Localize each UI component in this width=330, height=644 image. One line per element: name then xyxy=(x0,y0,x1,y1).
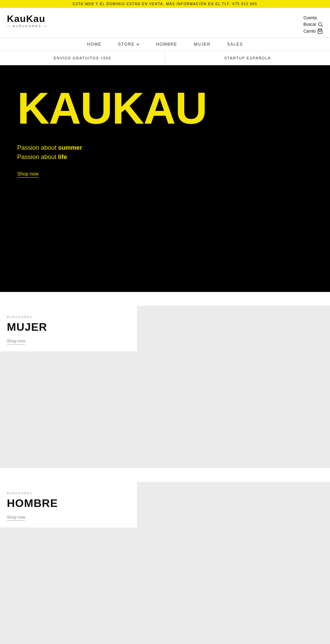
hero-tagline2-bold: life xyxy=(58,154,67,160)
search-icon xyxy=(318,22,323,27)
hombre-block: BAÑADORES HOMBRE Shop now xyxy=(0,482,330,644)
mujer-info: BAÑADORES MUJER Shop now xyxy=(0,306,138,351)
hero-tagline2-plain: Passion about xyxy=(17,154,58,160)
hombre-category-title: HOMBRE xyxy=(7,497,130,510)
nav-home[interactable]: HOME xyxy=(87,42,101,47)
svg-line-1 xyxy=(321,25,323,27)
carrito-link[interactable]: Carrito xyxy=(304,29,323,34)
header: KauKau — BAÑADORES — Cuenta Buscar Carri… xyxy=(0,8,330,37)
mujer-bottom-image xyxy=(0,351,330,468)
nav-store[interactable]: STORE xyxy=(118,42,140,47)
hero-shop-now-link[interactable]: Shop now xyxy=(17,171,38,178)
svg-point-0 xyxy=(319,23,322,26)
mujer-right-image xyxy=(138,306,330,351)
hombre-bottom-image xyxy=(0,528,330,644)
buscar-link[interactable]: Buscar xyxy=(304,22,323,27)
mujer-category-title: MUJER xyxy=(7,321,130,334)
hombre-shop-now-link[interactable]: Shop now xyxy=(7,515,25,521)
info-bar: ENVÍOS GRATUITOS +50€ STARTUP ESPAÑOLA xyxy=(0,51,330,65)
hero-tagline-1: Passion about summer xyxy=(17,144,313,151)
logo-subtitle: — BAÑADORES — xyxy=(7,24,48,28)
cuenta-link[interactable]: Cuenta xyxy=(304,15,317,20)
header-nav-right: Cuenta Buscar Carrito xyxy=(304,14,323,34)
chevron-down-icon xyxy=(136,43,140,46)
hero-tagline1-bold: summer xyxy=(58,144,82,151)
announcement-text: ESTA WEB Y EL DOMINIO ESTÁN EN VENTA. MÁ… xyxy=(73,2,257,6)
nav-hombre[interactable]: HOMBRE xyxy=(156,42,177,47)
hero-tagline-2: Passion about life xyxy=(17,154,313,161)
announcement-bar: ESTA WEB Y EL DOMINIO ESTÁN EN VENTA. MÁ… xyxy=(0,0,330,8)
info-bar-shipping: ENVÍOS GRATUITOS +50€ xyxy=(0,51,165,65)
hombre-right-image xyxy=(138,482,330,528)
hombre-category-label: BAÑADORES xyxy=(7,492,130,495)
hombre-info: BAÑADORES HOMBRE Shop now xyxy=(0,482,138,528)
logo-area: KauKau — BAÑADORES — xyxy=(7,14,48,28)
hero-section: KAUKAU Passion about summer Passion abou… xyxy=(0,65,330,292)
hero-brand: KAUKAU xyxy=(17,86,313,131)
cart-icon xyxy=(317,29,323,34)
hombre-top: BAÑADORES HOMBRE Shop now xyxy=(0,482,330,528)
mujer-shop-now-link[interactable]: Shop now xyxy=(7,339,25,344)
info-bar-startup: STARTUP ESPAÑOLA xyxy=(165,51,330,65)
hero-tagline1-plain: Passion about xyxy=(17,144,58,151)
mujer-block: BAÑADORES MUJER Shop now xyxy=(0,306,330,468)
mujer-category-label: BAÑADORES xyxy=(7,315,130,319)
nav-mujer[interactable]: MUJER xyxy=(194,42,211,47)
nav-sales[interactable]: SALES xyxy=(227,42,243,47)
logo-name[interactable]: KauKau xyxy=(7,14,45,24)
mujer-top: BAÑADORES MUJER Shop now xyxy=(0,306,330,351)
main-nav: HOME STORE HOMBRE MUJER SALES xyxy=(0,37,330,51)
